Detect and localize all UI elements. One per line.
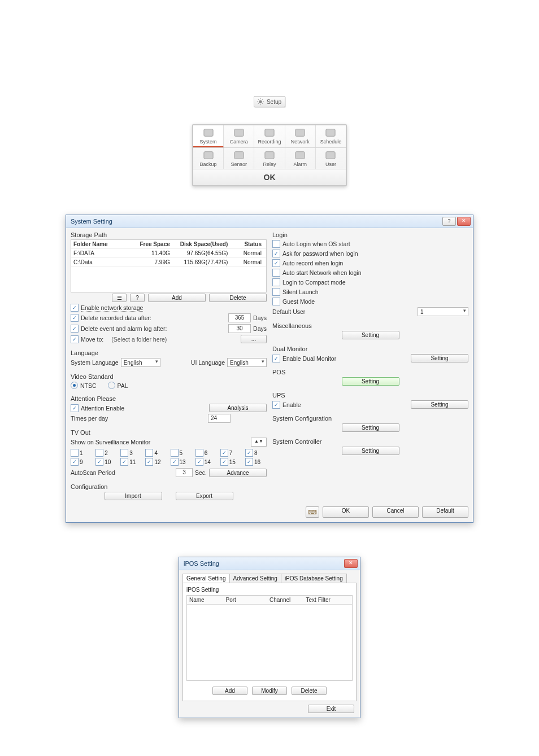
config-import-button[interactable]: Import: [105, 492, 162, 500]
ipos-close-button[interactable]: ✕: [344, 559, 358, 568]
auto-network-checkbox[interactable]: [272, 269, 280, 277]
pal-radio[interactable]: [108, 382, 115, 389]
ask-password-checkbox[interactable]: [272, 250, 280, 257]
tvout-channel-8[interactable]: 8: [245, 449, 267, 457]
storage-row[interactable]: F:\DATA11.40G97.65G(64.55G)Normal: [71, 249, 266, 258]
dialog-ok-button[interactable]: OK: [323, 506, 369, 518]
default-user-select[interactable]: 1: [418, 307, 468, 316]
toolbar-user[interactable]: User: [316, 148, 346, 169]
tvout-small-box[interactable]: ▲▼: [251, 438, 267, 447]
ipos-add-button[interactable]: Add: [212, 687, 247, 695]
tab-advanced-setting[interactable]: Advanced Setting: [229, 574, 281, 583]
tvout-channel-11[interactable]: 11: [120, 458, 142, 466]
tvout-channel-12[interactable]: 12: [145, 458, 167, 466]
tvout-channel-9[interactable]: 9: [71, 458, 92, 466]
keyboard-icon-button[interactable]: ⌨: [306, 506, 319, 518]
toolbar-alarm[interactable]: Alarm: [285, 148, 316, 169]
system-language-select[interactable]: English: [121, 358, 160, 367]
config-export-button[interactable]: Export: [176, 492, 233, 500]
tvout-advance-button[interactable]: Advance: [209, 469, 267, 477]
storage-list-icon-button[interactable]: ☰: [112, 294, 127, 302]
move-to-browse-button[interactable]: ...: [241, 335, 267, 343]
ntsc-radio[interactable]: [71, 382, 78, 389]
tvout-channel-14[interactable]: 14: [195, 458, 217, 466]
times-per-day-field[interactable]: 24: [208, 414, 231, 423]
compact-mode-checkbox[interactable]: [272, 278, 280, 286]
tvout-channel-10-checkbox[interactable]: [95, 458, 103, 466]
tvout-channel-3[interactable]: 3: [120, 449, 142, 457]
toolbar-backup[interactable]: Backup: [193, 148, 224, 169]
dialog-default-button[interactable]: Default: [422, 506, 468, 518]
storage-table: Folder Name Free Space Disk Space(Used) …: [71, 239, 267, 292]
dual-monitor-setting-button[interactable]: Setting: [411, 354, 468, 362]
tab-general-setting[interactable]: General Setting: [182, 574, 230, 583]
sys-config-setting-button[interactable]: Setting: [342, 423, 399, 432]
attention-enable-checkbox[interactable]: [71, 404, 79, 412]
tvout-channel-14-checkbox[interactable]: [195, 458, 203, 466]
ipos-modify-button[interactable]: Modify: [252, 687, 287, 695]
storage-row[interactable]: C:\Data7.99G115.69G(77.42G)Normal: [71, 258, 266, 267]
delete-event-days-field[interactable]: 30: [228, 324, 251, 333]
toolbar-recording[interactable]: Recording: [254, 125, 285, 147]
ipos-delete-button[interactable]: Delete: [292, 687, 327, 695]
storage-add-button[interactable]: Add: [148, 294, 206, 302]
ups-enable-checkbox[interactable]: [272, 401, 280, 409]
tvout-channel-1[interactable]: 1: [71, 449, 92, 457]
tvout-channel-7-checkbox[interactable]: [220, 449, 228, 457]
tvout-channel-12-checkbox[interactable]: [145, 458, 153, 466]
tvout-channel-5-checkbox[interactable]: [171, 449, 179, 457]
sys-controller-setting-button[interactable]: Setting: [342, 447, 399, 455]
tvout-channel-15[interactable]: 15: [220, 458, 242, 466]
delete-recorded-days-field[interactable]: 365: [228, 313, 251, 322]
move-to-checkbox[interactable]: [71, 335, 79, 343]
misc-setting-button[interactable]: Setting: [342, 331, 399, 339]
toolbar-relay[interactable]: Relay: [254, 148, 285, 169]
guest-mode-checkbox[interactable]: [272, 298, 280, 305]
tvout-channel-16[interactable]: 16: [245, 458, 267, 466]
toolbar-ok-button[interactable]: OK: [193, 169, 346, 185]
tvout-channel-13[interactable]: 13: [171, 458, 192, 466]
toolbar-network[interactable]: Network: [285, 125, 316, 147]
help-window-button[interactable]: ?: [442, 217, 456, 226]
tvout-channel-5[interactable]: 5: [171, 449, 192, 457]
dialog-cancel-button[interactable]: Cancel: [372, 506, 419, 518]
tvout-channel-4-checkbox[interactable]: [145, 449, 153, 457]
tab-ipos-database-setting[interactable]: iPOS Database Setting: [281, 574, 347, 583]
tvout-channel-2-checkbox[interactable]: [95, 449, 103, 457]
toolbar-system[interactable]: System: [193, 125, 224, 147]
tvout-channel-11-checkbox[interactable]: [120, 458, 128, 466]
storage-refresh-button[interactable]: ?: [130, 294, 145, 302]
tvout-channel-6[interactable]: 6: [195, 449, 217, 457]
toolbar-schedule[interactable]: Schedule: [316, 125, 346, 147]
tvout-channel-10[interactable]: 10: [95, 458, 117, 466]
tvout-channel-7[interactable]: 7: [220, 449, 242, 457]
tvout-channel-9-checkbox[interactable]: [71, 458, 79, 466]
delete-event-checkbox[interactable]: [71, 325, 79, 333]
analysis-button[interactable]: Analysis: [209, 404, 267, 412]
storage-delete-button[interactable]: Delete: [209, 294, 267, 302]
tvout-channel-8-checkbox[interactable]: [245, 449, 253, 457]
pos-setting-button[interactable]: Setting: [342, 377, 399, 386]
ipos-exit-button[interactable]: Exit: [308, 705, 354, 713]
enable-network-storage-checkbox[interactable]: [71, 304, 79, 312]
ups-setting-button[interactable]: Setting: [411, 400, 468, 409]
tvout-channel-4[interactable]: 4: [145, 449, 167, 457]
dual-monitor-checkbox[interactable]: [272, 355, 280, 362]
silent-launch-checkbox[interactable]: [272, 288, 280, 296]
ui-language-select[interactable]: English: [227, 358, 267, 367]
tvout-channel-16-checkbox[interactable]: [245, 458, 253, 466]
delete-recorded-checkbox[interactable]: [71, 314, 79, 322]
tvout-channel-2[interactable]: 2: [95, 449, 117, 457]
close-window-button[interactable]: ✕: [457, 217, 471, 226]
tvout-channel-3-checkbox[interactable]: [120, 449, 128, 457]
auto-login-checkbox[interactable]: [272, 240, 280, 248]
tvout-channel-13-checkbox[interactable]: [171, 458, 179, 466]
toolbar-camera[interactable]: Camera: [224, 125, 254, 147]
setup-button[interactable]: Setup: [254, 96, 285, 107]
tvout-channel-6-checkbox[interactable]: [195, 449, 203, 457]
auto-record-checkbox[interactable]: [272, 259, 280, 267]
tvout-channel-15-checkbox[interactable]: [220, 458, 228, 466]
toolbar-sensor[interactable]: Sensor: [224, 148, 254, 169]
autoscan-period-field[interactable]: 3: [176, 468, 193, 477]
tvout-channel-1-checkbox[interactable]: [71, 449, 79, 457]
